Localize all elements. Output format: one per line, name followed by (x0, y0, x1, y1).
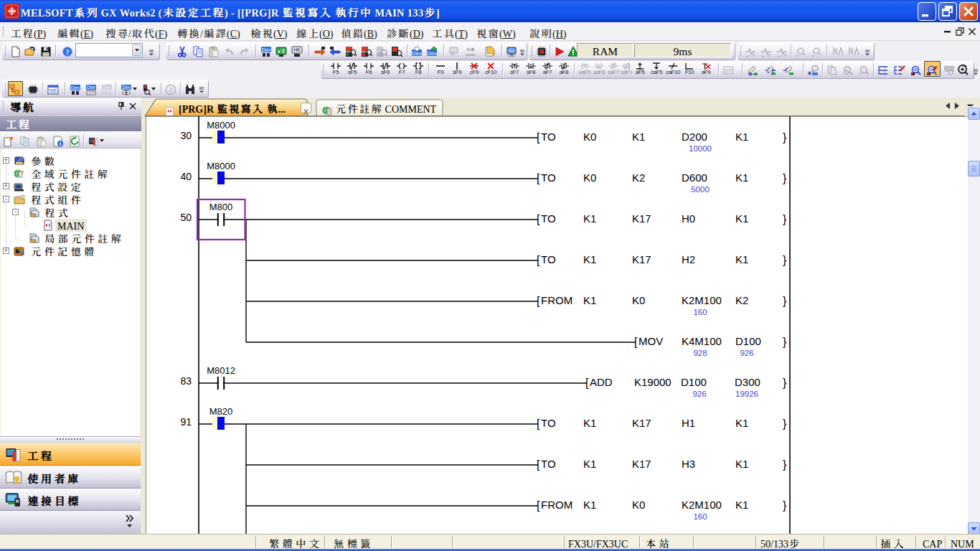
svg-text:926: 926 (692, 390, 706, 398)
svg-text:M8012: M8012 (207, 365, 235, 376)
svg-text:K17: K17 (632, 253, 651, 265)
svg-text:K1: K1 (583, 417, 596, 429)
svg-text:K1: K1 (735, 417, 748, 429)
svg-text:K2M100: K2M100 (682, 499, 722, 511)
svg-text:D100: D100 (735, 335, 761, 347)
svg-text:K0: K0 (583, 171, 596, 184)
svg-text:K1: K1 (583, 212, 596, 225)
svg-text:K1: K1 (735, 253, 748, 265)
svg-text:30: 30 (180, 130, 192, 141)
svg-text:}: } (783, 418, 787, 430)
svg-text:TO: TO (541, 417, 556, 429)
svg-text:[: [ (537, 418, 540, 430)
svg-text:K4M100: K4M100 (682, 335, 722, 347)
svg-text:TO: TO (541, 253, 556, 265)
svg-text:}: } (783, 458, 787, 471)
svg-text:K1: K1 (735, 458, 748, 470)
svg-text:?: ? (65, 47, 70, 56)
svg-text:TO: TO (541, 458, 556, 470)
svg-text:H0: H0 (682, 212, 695, 225)
svg-text:K1: K1 (632, 131, 645, 143)
svg-text:5000: 5000 (691, 185, 710, 194)
svg-text:H3: H3 (682, 458, 695, 470)
svg-text:Dev: Dev (427, 50, 437, 57)
svg-text:}: } (783, 295, 787, 307)
svg-text:i: i (60, 141, 61, 147)
svg-text:K0: K0 (583, 131, 596, 143)
svg-text:40: 40 (180, 171, 192, 182)
svg-text:[: [ (537, 499, 540, 512)
svg-text:K2M100: K2M100 (682, 294, 722, 306)
svg-text:160: 160 (693, 512, 707, 521)
svg-text:[: [ (537, 131, 540, 143)
svg-text:}: } (783, 254, 787, 266)
svg-text:H2: H2 (682, 253, 695, 265)
svg-text:19926: 19926 (735, 390, 758, 398)
svg-text:K19000: K19000 (634, 376, 672, 388)
svg-text:}: } (783, 499, 787, 512)
svg-text:M800: M800 (209, 202, 233, 212)
svg-text:ST: ST (725, 67, 732, 74)
svg-text:K1: K1 (735, 499, 748, 511)
svg-text:HK: HK (293, 47, 301, 52)
svg-text:[: [ (537, 295, 540, 307)
svg-text:K17: K17 (632, 417, 651, 429)
svg-text:MOV: MOV (639, 335, 663, 347)
svg-text:91: 91 (180, 416, 192, 428)
svg-text:}: } (783, 172, 787, 184)
svg-text:[: [ (537, 213, 540, 225)
svg-text:926: 926 (740, 349, 753, 357)
svg-text:K17: K17 (632, 212, 651, 225)
svg-text:D100: D100 (681, 376, 707, 388)
svg-text:K2: K2 (735, 294, 748, 306)
svg-text:TO: TO (541, 212, 556, 225)
svg-text:D200: D200 (682, 131, 707, 143)
svg-text:Dev: Dev (122, 85, 131, 90)
svg-text:K2: K2 (632, 171, 645, 184)
svg-text:FROM: FROM (541, 294, 573, 306)
svg-text:TO: TO (541, 171, 556, 184)
svg-text:FROM: FROM (541, 499, 573, 511)
svg-text:Dev: Dev (87, 85, 95, 90)
svg-text:[: [ (634, 336, 638, 348)
svg-text:Dev: Dev (103, 85, 111, 90)
svg-text:83: 83 (180, 375, 192, 387)
svg-text:K1: K1 (735, 131, 748, 143)
svg-text:10000: 10000 (689, 144, 712, 153)
svg-text:}: } (783, 336, 787, 348)
svg-text:50: 50 (180, 212, 192, 223)
svg-text:TO: TO (541, 131, 556, 143)
svg-text:K1: K1 (735, 212, 748, 225)
svg-text:ADD: ADD (590, 376, 613, 388)
svg-text:Dev: Dev (71, 85, 80, 90)
svg-text:K0: K0 (632, 294, 645, 306)
svg-text:928: 928 (693, 349, 707, 357)
svg-text:}: } (783, 131, 787, 143)
svg-text:[: [ (537, 254, 540, 266)
svg-text:M8000: M8000 (207, 120, 235, 131)
svg-text:K1: K1 (735, 171, 748, 184)
svg-text:[: [ (537, 458, 540, 471)
svg-text:[: [ (537, 172, 540, 184)
svg-text:K1: K1 (583, 499, 596, 511)
svg-text:M820: M820 (209, 406, 233, 417)
svg-text:H1: H1 (682, 417, 695, 429)
svg-text:[: [ (585, 377, 589, 389)
svg-text:}: } (783, 377, 787, 389)
svg-text:CC-L: CC-L (102, 90, 113, 95)
svg-text:K1: K1 (583, 294, 596, 306)
svg-text:K0: K0 (632, 499, 645, 511)
svg-text:?: ? (169, 86, 173, 94)
svg-text:}: } (783, 213, 787, 225)
svg-text:D300: D300 (735, 376, 760, 388)
svg-text:K1: K1 (583, 458, 596, 470)
svg-text:K1: K1 (583, 253, 596, 265)
svg-text:K17: K17 (632, 458, 651, 470)
svg-text:160: 160 (693, 308, 707, 316)
svg-text:D600: D600 (682, 171, 707, 184)
svg-text:M8000: M8000 (207, 161, 235, 171)
svg-text:Dev: Dev (262, 47, 271, 52)
